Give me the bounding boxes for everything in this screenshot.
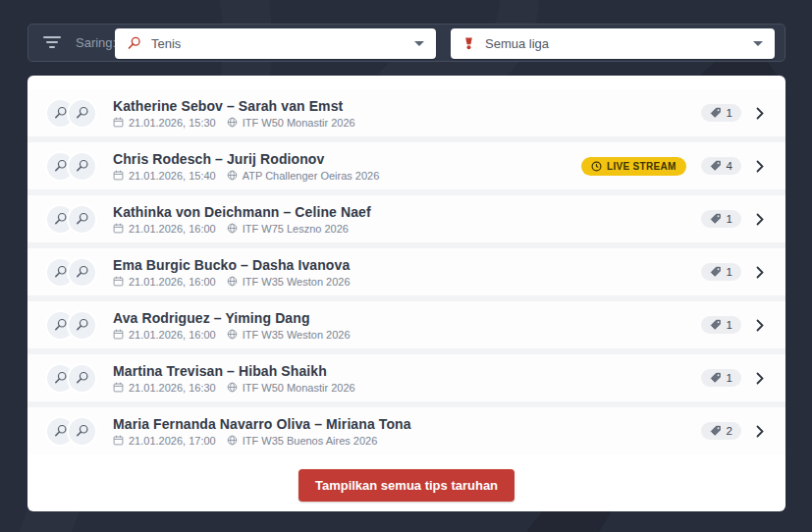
tips-count: 1 — [727, 107, 732, 119]
tennis-racket-icon — [67, 416, 97, 447]
calendar-icon — [113, 117, 124, 128]
tips-count: 1 — [727, 372, 732, 384]
match-row[interactable]: Maria Fernanda Navarro Oliva – Miriana T… — [27, 407, 785, 454]
match-title: Martina Trevisan – Hibah Shaikh — [113, 363, 355, 379]
globe-icon — [227, 329, 238, 340]
match-title: Ava Rodriguez – Yiming Dang — [113, 310, 351, 326]
calendar-icon — [113, 435, 124, 446]
player-avatars — [45, 151, 97, 182]
tag-icon — [710, 266, 722, 278]
match-meta: 21.01.2026, 16:30 ITF W50 Monastir 2026 — [113, 382, 355, 394]
match-meta: 21.01.2026, 15:40 ATP Challenger Oeiras … — [113, 170, 379, 182]
globe-icon — [227, 117, 238, 128]
chevron-right-icon[interactable] — [756, 372, 764, 385]
match-meta: 21.01.2026, 15:30 ITF W50 Monastir 2026 — [113, 117, 355, 129]
match-datetime: 21.01.2026, 16:00 — [129, 223, 216, 235]
player-avatars — [45, 204, 97, 235]
tag-icon — [710, 372, 722, 384]
match-league: ITF W35 Buenos Aires 2026 — [243, 435, 378, 447]
player-avatars — [45, 416, 97, 447]
match-row[interactable]: Chris Rodesch – Jurij Rodionov 21.01.202… — [27, 142, 785, 189]
filter-label: Saring: — [76, 35, 116, 50]
tips-count-badge: 1 — [701, 263, 741, 281]
match-list: Katherine Sebov – Sarah van Emst 21.01.2… — [27, 76, 785, 454]
match-row[interactable]: Kathinka von Deichmann – Celine Naef 21.… — [27, 195, 785, 242]
match-title: Chris Rodesch – Jurij Rodionov — [113, 151, 379, 167]
match-title: Katherine Sebov – Sarah van Emst — [113, 98, 355, 114]
tips-count: 2 — [727, 425, 732, 437]
match-title: Kathinka von Deichmann – Celine Naef — [113, 204, 371, 220]
tag-icon — [710, 425, 722, 437]
match-row[interactable]: Martina Trevisan – Hibah Shaikh 21.01.20… — [27, 354, 785, 401]
chevron-down-icon — [753, 41, 763, 46]
tips-count: 4 — [727, 160, 732, 172]
globe-icon — [227, 382, 238, 393]
match-datetime: 21.01.2026, 17:00 — [129, 435, 216, 447]
tag-icon — [710, 213, 722, 225]
chevron-right-icon[interactable] — [756, 425, 764, 438]
globe-icon — [227, 223, 238, 234]
tennis-racket-icon — [67, 98, 97, 129]
chevron-right-icon[interactable] — [756, 160, 764, 173]
tennis-racket-icon — [67, 363, 97, 394]
match-league: ITF W75 Leszno 2026 — [243, 223, 349, 235]
sport-select[interactable]: Tenis — [115, 28, 436, 59]
live-stream-badge: LIVE STREAM — [581, 157, 686, 176]
match-league: ITF W50 Monastir 2026 — [243, 117, 355, 129]
calendar-icon — [113, 382, 124, 393]
clock-icon — [591, 161, 602, 172]
tips-count-badge: 1 — [701, 210, 741, 228]
match-meta: 21.01.2026, 16:00 ITF W35 Weston 2026 — [113, 329, 351, 341]
player-avatars — [45, 363, 97, 394]
calendar-icon — [113, 223, 124, 234]
match-league: ITF W35 Weston 2026 — [243, 276, 351, 288]
league-select[interactable]: Semua liga — [451, 28, 775, 59]
globe-icon — [227, 435, 238, 446]
match-meta: 21.01.2026, 16:00 ITF W35 Weston 2026 — [113, 276, 351, 288]
card-footer: Tampilkan semua tips taruhan — [27, 469, 785, 502]
match-datetime: 21.01.2026, 15:40 — [129, 170, 216, 182]
chevron-right-icon[interactable] — [756, 266, 764, 279]
player-avatars — [45, 257, 97, 288]
tag-icon — [710, 107, 722, 119]
chevron-right-icon[interactable] — [756, 319, 764, 332]
match-league: ATP Challenger Oeiras 2026 — [243, 170, 380, 182]
match-meta: 21.01.2026, 16:00 ITF W75 Leszno 2026 — [113, 223, 371, 235]
match-title: Maria Fernanda Navarro Oliva – Miriana T… — [113, 416, 411, 432]
filter-bar: Saring: Tenis Semua liga — [27, 24, 785, 62]
tag-icon — [710, 160, 722, 172]
match-league: ITF W50 Monastir 2026 — [243, 382, 355, 394]
calendar-icon — [113, 170, 124, 181]
chevron-down-icon — [414, 41, 424, 46]
sport-select-value: Tenis — [151, 36, 181, 51]
tag-icon — [710, 319, 722, 331]
player-avatars — [45, 98, 97, 129]
tennis-racket-icon — [127, 36, 141, 51]
match-row[interactable]: Katherine Sebov – Sarah van Emst 21.01.2… — [27, 89, 785, 136]
match-datetime: 21.01.2026, 15:30 — [129, 117, 216, 129]
match-datetime: 21.01.2026, 16:00 — [129, 276, 216, 288]
match-datetime: 21.01.2026, 16:00 — [129, 329, 216, 341]
calendar-icon — [113, 276, 124, 287]
tips-card: Katherine Sebov – Sarah van Emst 21.01.2… — [27, 76, 785, 511]
tennis-racket-icon — [67, 257, 97, 288]
show-all-tips-button[interactable]: Tampilkan semua tips taruhan — [298, 469, 514, 502]
league-award-icon — [462, 36, 475, 51]
match-datetime: 21.01.2026, 16:30 — [129, 382, 216, 394]
chevron-right-icon[interactable] — [756, 107, 764, 120]
tips-count-badge: 2 — [701, 422, 741, 440]
match-league: ITF W35 Weston 2026 — [243, 329, 351, 341]
tips-count-badge: 1 — [701, 316, 741, 334]
league-select-value: Semua liga — [485, 36, 549, 51]
match-row[interactable]: Ema Burgic Bucko – Dasha Ivanova 21.01.2… — [27, 248, 785, 295]
tips-count-badge: 1 — [701, 369, 741, 387]
tips-count-badge: 4 — [701, 157, 741, 175]
globe-icon — [227, 276, 238, 287]
tips-count: 1 — [727, 213, 732, 225]
chevron-right-icon[interactable] — [756, 213, 764, 226]
match-meta: 21.01.2026, 17:00 ITF W35 Buenos Aires 2… — [113, 435, 411, 447]
match-row[interactable]: Ava Rodriguez – Yiming Dang 21.01.2026, … — [27, 301, 785, 348]
tennis-racket-icon — [67, 151, 97, 182]
globe-icon — [227, 170, 238, 181]
tips-count: 1 — [727, 266, 732, 278]
